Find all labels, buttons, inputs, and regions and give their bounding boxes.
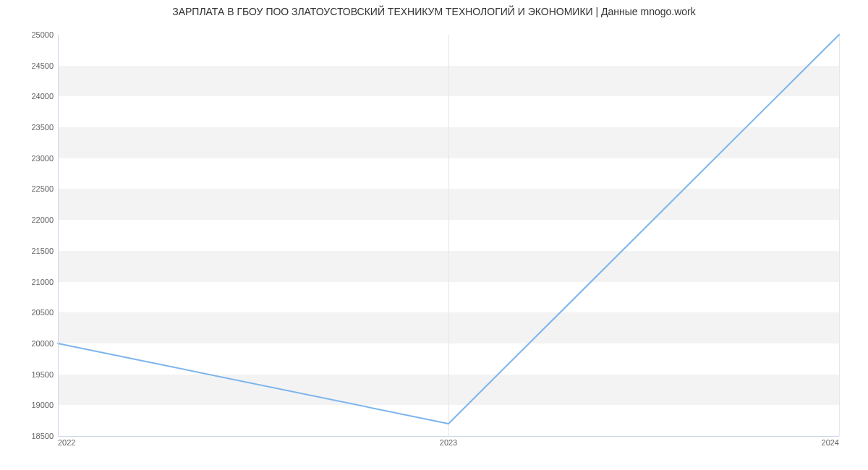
y-tick-label: 22000 (3, 215, 54, 224)
y-tick-label: 21500 (3, 247, 54, 255)
x-tick-label: 2023 (440, 438, 457, 447)
y-tick-label: 23000 (3, 154, 54, 163)
y-tick-label: 24000 (3, 92, 54, 101)
x-gridline (839, 35, 840, 436)
y-axis-line (58, 35, 59, 436)
y-tick-label: 21000 (3, 278, 54, 286)
y-tick-label: 20000 (3, 339, 54, 348)
y-tick-label: 23500 (3, 123, 54, 132)
chart-container: ЗАРПЛАТА В ГБОУ ПОО ЗЛАТОУСТОВСКИЙ ТЕХНИ… (0, 0, 868, 470)
y-tick-label: 18500 (3, 432, 54, 440)
x-tick-label: 2022 (58, 438, 75, 447)
chart-title: ЗАРПЛАТА В ГБОУ ПОО ЗЛАТОУСТОВСКИЙ ТЕХНИ… (0, 6, 868, 17)
data-line (58, 35, 839, 436)
y-tick-label: 25000 (3, 30, 54, 39)
plot-area (58, 35, 839, 437)
y-tick-label: 19000 (3, 401, 54, 409)
y-tick-label: 19500 (3, 370, 54, 379)
x-tick-label: 2024 (822, 438, 839, 447)
y-tick-label: 22500 (3, 184, 54, 193)
y-tick-label: 24500 (3, 61, 54, 70)
y-tick-label: 20500 (3, 308, 54, 317)
